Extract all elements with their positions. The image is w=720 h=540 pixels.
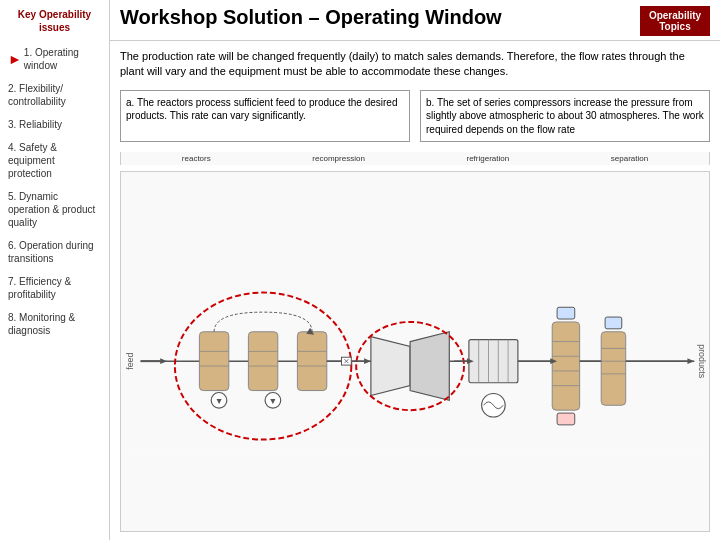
- svg-text:▼: ▼: [269, 397, 278, 407]
- sidebar-item-label-8: 8. Monitoring & diagnosis: [8, 312, 75, 336]
- sidebar-item-label-4: 4. Safety & equipment protection: [8, 142, 57, 179]
- label-recompression: recompression: [312, 154, 364, 163]
- text-box-a: a. The reactors process sufficient feed …: [120, 90, 410, 143]
- page-content: The production rate will be changed freq…: [110, 41, 720, 540]
- sidebar-item-dynamic[interactable]: 5. Dynamic operation & product quality: [4, 188, 105, 231]
- main-content: Workshop Solution – Operating Window Ope…: [110, 0, 720, 540]
- process-diagram: feed ▼: [120, 171, 710, 532]
- svg-rect-7: [248, 332, 277, 391]
- svg-rect-32: [552, 322, 579, 410]
- svg-text:feed: feed: [125, 353, 135, 370]
- page-header: Workshop Solution – Operating Window Ope…: [110, 0, 720, 41]
- sidebar-item-operating-window[interactable]: ► 1. Operating window: [4, 44, 105, 74]
- svg-marker-19: [371, 337, 410, 396]
- text-box-b: b. The set of series compressors increas…: [420, 90, 710, 143]
- diagram-svg: feed ▼: [121, 172, 709, 531]
- svg-text:▼: ▼: [215, 397, 224, 407]
- page-title: Workshop Solution – Operating Window: [120, 6, 502, 29]
- diagram-labels-row: reactors recompression refrigeration sep…: [120, 152, 710, 165]
- sidebar-item-flexibility[interactable]: 2. Flexibility/ controllability: [4, 80, 105, 110]
- intro-paragraph: The production rate will be changed freq…: [120, 49, 710, 80]
- two-column-section: a. The reactors process sufficient feed …: [120, 90, 710, 143]
- svg-rect-39: [601, 332, 626, 406]
- svg-rect-43: [605, 317, 622, 329]
- svg-text:products: products: [697, 345, 707, 379]
- sidebar-item-label-7: 7. Efficiency & profitability: [8, 276, 71, 300]
- sidebar-item-label-6: 6. Operation during transitions: [8, 240, 94, 264]
- sidebar-item-label-2: 2. Flexibility/ controllability: [8, 83, 66, 107]
- label-reactors: reactors: [182, 154, 211, 163]
- topics-box: OperabilityTopics: [640, 6, 710, 36]
- sidebar-item-transitions[interactable]: 6. Operation during transitions: [4, 237, 105, 267]
- sidebar-item-label-3: 3. Reliability: [8, 119, 62, 130]
- label-separation: separation: [611, 154, 648, 163]
- sidebar-item-label-5: 5. Dynamic operation & product quality: [8, 191, 95, 228]
- sidebar-item-label-1: 1. Operating window: [24, 46, 101, 72]
- sidebar: Key Operability issues ► 1. Operating wi…: [0, 0, 110, 540]
- label-refrigeration: refrigeration: [466, 154, 509, 163]
- svg-marker-20: [410, 332, 449, 401]
- svg-rect-24: [469, 340, 518, 383]
- svg-rect-8: [297, 332, 326, 391]
- sidebar-item-reliability[interactable]: 3. Reliability: [4, 116, 105, 133]
- svg-rect-38: [557, 413, 575, 425]
- sidebar-item-efficiency[interactable]: 7. Efficiency & profitability: [4, 273, 105, 303]
- sidebar-item-monitoring[interactable]: 8. Monitoring & diagnosis: [4, 309, 105, 339]
- svg-rect-37: [557, 308, 575, 320]
- sidebar-item-safety[interactable]: 4. Safety & equipment protection: [4, 139, 105, 182]
- active-arrow: ►: [8, 50, 22, 68]
- sidebar-title: Key Operability issues: [4, 8, 105, 34]
- svg-rect-6: [199, 332, 228, 391]
